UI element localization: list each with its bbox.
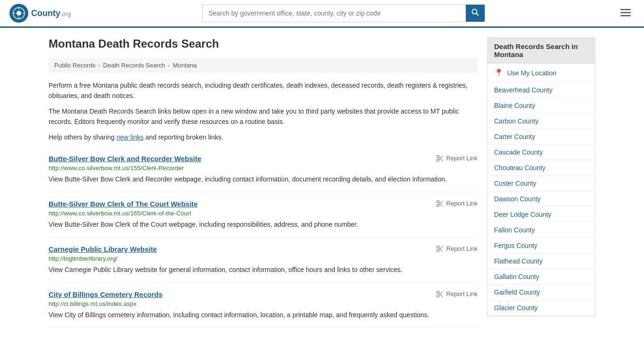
- svg-line-22: [439, 246, 443, 250]
- county-list-item: Custer County: [487, 176, 595, 191]
- use-location-label: Use My Location: [507, 69, 556, 77]
- description-para3-suffix: and reporting broken links.: [144, 133, 223, 141]
- county-link-9[interactable]: Fallon County: [487, 222, 595, 238]
- results-container: Butte-Silver Bow Clerk and Recorder Webs…: [49, 147, 478, 328]
- result-url-3: http://ci.billings.mt.us/index.aspx: [49, 300, 478, 307]
- search-input[interactable]: [203, 6, 466, 21]
- county-list-item: Deer Lodge County: [487, 207, 595, 222]
- result-header-1: Butte-Silver Bow Clerk of The Court Webs…: [49, 200, 478, 210]
- scissors-icon: [436, 290, 444, 298]
- svg-point-16: [437, 204, 439, 206]
- result-url-2: http://bigtimberlibrary.org/: [49, 255, 478, 262]
- sidebar: Death Records Search in Montana 📍 Use My…: [487, 37, 595, 328]
- breadcrumb-sep-2: ›: [168, 62, 170, 69]
- svg-line-17: [439, 203, 443, 206]
- svg-rect-8: [620, 9, 631, 10]
- report-link-1[interactable]: Report Link: [436, 200, 478, 207]
- result-item: Butte-Silver Bow Clerk of The Court Webs…: [49, 192, 478, 238]
- report-link-label: Report Link: [446, 290, 478, 297]
- svg-line-26: [439, 291, 443, 295]
- county-link-0[interactable]: Beaverhead County: [487, 82, 595, 98]
- breadcrumb-current: Montana: [173, 62, 197, 69]
- svg-line-13: [439, 157, 443, 161]
- result-url-1: http://www.co.silverbow.mt.us/165/Clerk-…: [49, 210, 478, 217]
- county-list-item: Blaine County: [487, 98, 595, 114]
- result-header-3: City of Billings Cemetery Records Report…: [49, 290, 478, 300]
- description-para3-prefix: Help others by sharing: [49, 133, 116, 141]
- sidebar-title: Death Records Search in Montana: [487, 38, 595, 64]
- county-link-14[interactable]: Glacier County: [487, 300, 595, 315]
- county-link-3[interactable]: Carter County: [487, 129, 595, 144]
- county-link-13[interactable]: Garfield County: [487, 285, 595, 300]
- result-header-0: Butte-Silver Bow Clerk and Recorder Webs…: [49, 155, 478, 165]
- report-link-label: Report Link: [446, 200, 478, 207]
- result-title-0[interactable]: Butte-Silver Bow Clerk and Recorder Webs…: [49, 155, 201, 163]
- breadcrumb-sep-1: ›: [98, 62, 100, 69]
- county-list-item: Dawson County: [487, 191, 595, 207]
- description-para2: The Montana Death Records Search links b…: [49, 106, 478, 127]
- county-list-item: Fallon County: [487, 222, 595, 238]
- breadcrumb-public-records[interactable]: Public Records: [54, 62, 95, 69]
- result-desc-1: View Butte-Silver Bow Clerk of the Court…: [49, 220, 478, 230]
- breadcrumb-death-records-search[interactable]: Death Records Search: [103, 62, 165, 69]
- county-link-10[interactable]: Fergus County: [487, 238, 595, 253]
- use-location[interactable]: 📍 Use My Location: [487, 64, 595, 82]
- svg-point-11: [437, 155, 439, 157]
- report-link-3[interactable]: Report Link: [436, 290, 478, 298]
- result-item: City of Billings Cemetery Records Report…: [49, 283, 478, 328]
- county-link-8[interactable]: Deer Lodge County: [487, 207, 595, 222]
- county-list: Beaverhead CountyBlaine CountyCarbon Cou…: [487, 82, 595, 316]
- svg-point-19: [437, 246, 439, 248]
- county-list-item: Cascade County: [487, 145, 595, 160]
- sidebar-box: Death Records Search in Montana 📍 Use My…: [487, 37, 595, 316]
- county-list-item: Gallatin County: [487, 269, 595, 285]
- svg-point-23: [437, 291, 439, 293]
- result-header-2: Carnegie Public Library Website Report L…: [49, 245, 478, 255]
- county-link-1[interactable]: Blaine County: [487, 98, 595, 113]
- result-item: Carnegie Public Library Website Report L…: [49, 238, 478, 283]
- county-list-item: Glacier County: [487, 300, 595, 316]
- county-link-7[interactable]: Dawson County: [487, 191, 595, 206]
- logo-icon: [9, 4, 28, 23]
- county-list-item: Garfield County: [487, 285, 595, 300]
- county-link-6[interactable]: Custer County: [487, 176, 595, 191]
- page-title: Montana Death Records Search: [49, 37, 478, 50]
- county-link-5[interactable]: Chouteau County: [487, 160, 595, 175]
- site-header: County.org: [0, 0, 644, 28]
- logo: County.org: [9, 4, 71, 23]
- logo-org: .org: [60, 10, 71, 17]
- logo-text-area: County.org: [31, 8, 71, 18]
- result-title-3[interactable]: City of Billings Cemetery Records: [49, 290, 163, 298]
- svg-point-1: [17, 11, 21, 16]
- svg-rect-10: [620, 15, 631, 16]
- county-link-4[interactable]: Cascade County: [487, 145, 595, 160]
- description-para3: Help others by sharing new links and rep…: [49, 132, 478, 142]
- result-desc-2: View Carnegie Public Library website for…: [49, 265, 478, 275]
- menu-button[interactable]: [617, 5, 635, 21]
- result-item: Butte-Silver Bow Clerk and Recorder Webs…: [49, 147, 478, 192]
- county-link-2[interactable]: Carbon County: [487, 114, 595, 129]
- report-link-label: Report Link: [446, 155, 478, 162]
- county-list-item: Chouteau County: [487, 160, 595, 176]
- search-button[interactable]: [466, 5, 485, 22]
- report-link-2[interactable]: Report Link: [436, 245, 478, 253]
- scissors-icon: [436, 200, 444, 207]
- svg-point-15: [437, 200, 439, 203]
- county-link-11[interactable]: Flathead County: [487, 254, 595, 269]
- result-title-1[interactable]: Butte-Silver Bow Clerk of The Court Webs…: [49, 200, 198, 208]
- report-link-label: Report Link: [446, 245, 478, 252]
- main-container: Montana Death Records Search Public Reco…: [39, 28, 605, 337]
- result-title-2[interactable]: Carnegie Public Library Website: [49, 245, 157, 253]
- county-link-12[interactable]: Gallatin County: [487, 269, 595, 284]
- result-url-0: http://www.co.silverbow.mt.us/155/Clerk-…: [49, 165, 478, 172]
- new-links-link[interactable]: new links: [116, 133, 144, 141]
- county-list-item: Flathead County: [487, 254, 595, 269]
- svg-point-24: [437, 295, 439, 297]
- report-link-0[interactable]: Report Link: [436, 155, 478, 162]
- search-bar: [202, 4, 485, 22]
- svg-point-6: [472, 9, 477, 14]
- svg-point-12: [437, 159, 439, 161]
- county-list-item: Beaverhead County: [487, 82, 595, 98]
- svg-rect-9: [620, 12, 631, 14]
- logo-brand: County: [31, 8, 60, 18]
